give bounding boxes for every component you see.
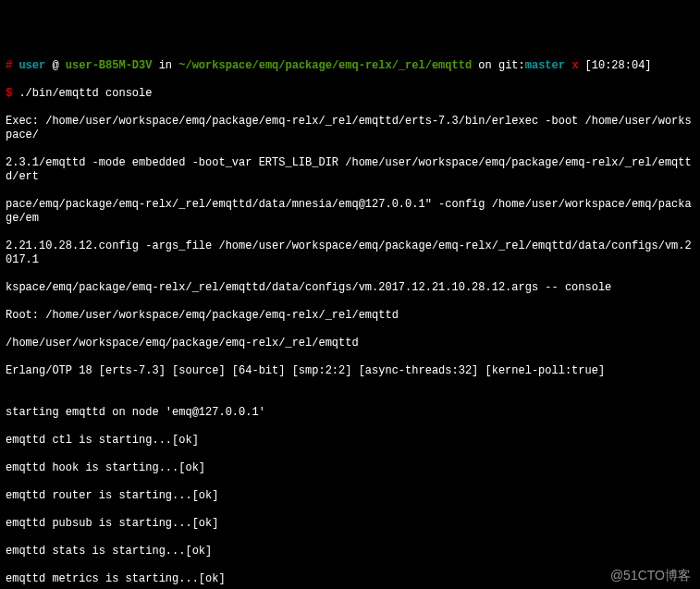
service-line: emqttd metrics is starting...[ok] <box>6 572 694 586</box>
service-line: emqttd ctl is starting...[ok] <box>6 434 694 448</box>
starting-node-line: starting emqttd on node 'emq@127.0.0.1' <box>6 406 694 420</box>
git-branch: master <box>525 59 565 72</box>
root-line: Root: /home/user/workspace/emq/package/e… <box>6 309 694 323</box>
service-line: emqttd hook is starting...[ok] <box>6 461 694 475</box>
prompt-host: user-B85M-D3V <box>66 59 153 72</box>
service-line: emqttd router is starting...[ok] <box>6 489 694 503</box>
command-line[interactable]: $ ./bin/emqttd console <box>6 87 694 101</box>
command-text: ./bin/emqttd console <box>18 87 152 100</box>
prompt-path: ~/workspace/emq/package/emq-relx/_rel/em… <box>178 59 472 72</box>
watermark-text: @51CTO博客 <box>610 568 691 584</box>
at-sign: @ <box>45 59 66 72</box>
exec-line-2: 2.3.1/emqttd -mode embedded -boot_var ER… <box>6 156 694 184</box>
prompt-time: [10:28:04] <box>585 59 652 72</box>
dollar-sign: $ <box>6 87 18 100</box>
exec-line-4: 2.21.10.28.12.config -args_file /home/us… <box>6 239 694 267</box>
erlang-version-line: Erlang/OTP 18 [erts-7.3] [source] [64-bi… <box>6 364 694 378</box>
exec-line-1: Exec: /home/user/workspace/emq/package/e… <box>6 115 694 142</box>
service-line: emqttd pubsub is starting...[ok] <box>6 517 694 531</box>
git-dirty-x: x <box>565 59 585 72</box>
service-line: emqttd stats is starting...[ok] <box>6 545 694 558</box>
exec-line-5: kspace/emq/package/emq-relx/_rel/emqttd/… <box>6 281 694 295</box>
in-word: in <box>152 59 178 72</box>
on-git: on git: <box>472 59 525 72</box>
hash-sign: # <box>6 59 18 72</box>
cwd-line: /home/user/workspace/emq/package/emq-rel… <box>6 337 694 350</box>
prompt-user: user <box>18 59 45 72</box>
exec-line-3: pace/emq/package/emq-relx/_rel/emqttd/da… <box>6 198 694 226</box>
shell-prompt-line: # user @ user-B85M-D3V in ~/workspace/em… <box>6 59 694 73</box>
